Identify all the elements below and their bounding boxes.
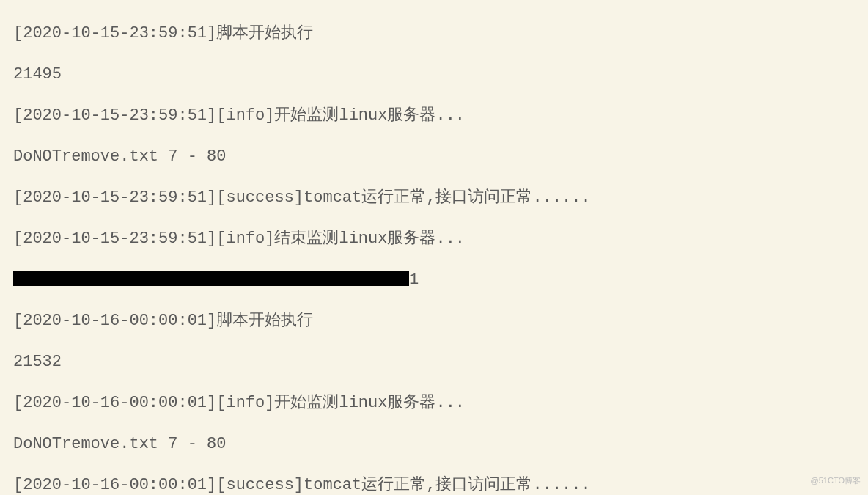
log-line: [2020-10-15-23:59:51][info]开始监测linux服务器.… xyxy=(13,106,862,126)
terminal-output: [2020-10-15-23:59:51]脚本开始执行 21495 [2020-… xyxy=(0,0,868,495)
log-line: DoNOTremove.txt 7 - 80 xyxy=(13,434,862,455)
redaction-tail: 1 xyxy=(409,271,419,289)
redaction-bar xyxy=(13,271,409,286)
log-line: [2020-10-16-00:00:01][success]tomcat运行正常… xyxy=(13,475,862,495)
log-line: [2020-10-15-23:59:51][success]tomcat运行正常… xyxy=(13,188,862,208)
log-line: [2020-10-16-00:00:01]脚本开始执行 xyxy=(13,311,862,331)
log-line: 21495 xyxy=(13,65,862,85)
watermark: @51CTO博客 xyxy=(811,470,861,491)
log-line: [2020-10-15-23:59:51][info]结束监测linux服务器.… xyxy=(13,229,862,249)
log-line: DoNOTremove.txt 7 - 80 xyxy=(13,147,862,167)
redacted-line: 1 xyxy=(13,270,862,290)
log-line: [2020-10-16-00:00:01][info]开始监测linux服务器.… xyxy=(13,393,862,414)
log-line: [2020-10-15-23:59:51]脚本开始执行 xyxy=(13,23,862,44)
log-line: 21532 xyxy=(13,352,862,373)
